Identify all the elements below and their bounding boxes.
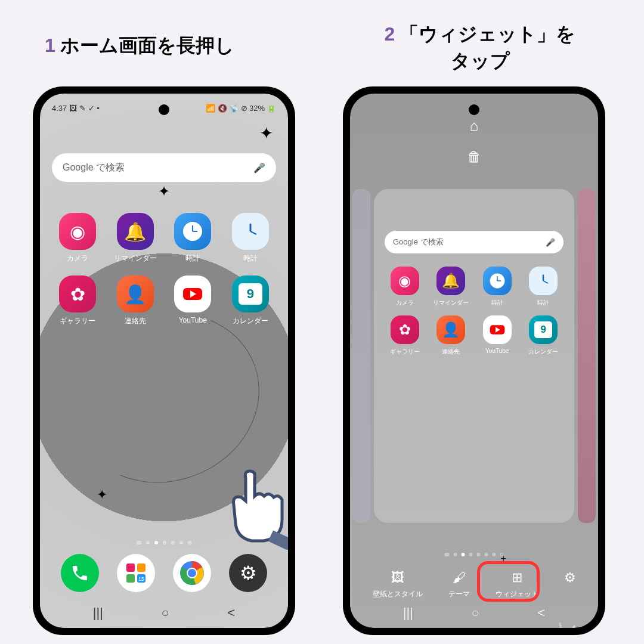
preview-app-clock: 時計: [476, 267, 519, 307]
home-outline-icon[interactable]: ⌂: [470, 117, 479, 134]
search-placeholder: Google で検索: [63, 162, 125, 174]
app-reminder[interactable]: 🔔 リマインダー: [110, 213, 162, 264]
dot: [163, 541, 166, 544]
phone-2-screen: ⌂ 🗑 Google で検索 🎤 ◉カメラ 🔔リマインダー 時計 時計 ✿ギャラ…: [350, 94, 598, 628]
battery-icon: 🔋: [267, 104, 276, 113]
calendar-icon: 9: [232, 275, 269, 312]
edit-page-indicator: +: [445, 553, 504, 556]
nav-bar: ||| ○ <: [40, 605, 288, 621]
settings-button[interactable]: ⚙: [564, 570, 576, 599]
home-preview-card[interactable]: Google で検索 🎤 ◉カメラ 🔔リマインダー 時計 時計 ✿ギャラリー 👤…: [374, 189, 574, 523]
dot: [179, 541, 183, 544]
step-2-text: 「ウィジェット」をタップ: [400, 23, 575, 72]
dock-settings-icon[interactable]: ⚙: [229, 554, 267, 592]
sparkle-icon: ✦: [259, 123, 273, 143]
page-indicator: [137, 541, 191, 544]
svg-line-21: [571, 626, 575, 628]
dot: [171, 541, 175, 544]
preview-app-calendar: 9カレンダー: [522, 315, 565, 356]
phone-1-screen[interactable]: 4:37 🖼 ✎ ✓ • 📶 🔇 📡 ⊘ 32% 🔋 ✦ Google で検索 …: [40, 94, 288, 628]
trash-icon[interactable]: 🗑: [467, 148, 481, 165]
svg-rect-4: [137, 564, 145, 572]
preview-app-reminder: 🔔リマインダー: [430, 267, 473, 307]
svg-point-11: [188, 569, 196, 577]
preview-app-youtube: YouTube: [476, 315, 519, 356]
app-calendar[interactable]: 9 カレンダー: [225, 275, 277, 326]
flower-icon: ✿: [59, 275, 96, 312]
step-2-title: 2「ウィジェット」をタップ: [331, 21, 629, 75]
step-1-title: 1ホーム画面を長押し: [45, 33, 234, 59]
phone-mockup-1: 4:37 🖼 ✎ ✓ • 📶 🔇 📡 ⊘ 32% 🔋 ✦ Google で検索 …: [33, 86, 295, 635]
widgets-icon: ⊞: [512, 570, 522, 586]
app-clock[interactable]: 時計: [167, 213, 219, 264]
camera-notch: [469, 104, 479, 115]
youtube-icon: [174, 275, 211, 312]
camera-notch: [159, 104, 169, 115]
app-gallery[interactable]: ✿ ギャラリー: [52, 275, 104, 326]
nav-bar: ||| ○ <: [350, 605, 598, 621]
clock-icon: [174, 213, 211, 250]
preview-page-right[interactable]: [578, 189, 596, 523]
preview-search-bar: Google で検索 🎤: [385, 231, 564, 253]
svg-line-12: [219, 466, 228, 475]
wallpaper-button[interactable]: 🖼 壁紙とスタイル: [373, 570, 423, 599]
svg-line-20: [560, 623, 562, 628]
preview-page-left[interactable]: [352, 189, 370, 523]
status-icons-right: 📶 🔇 📡 ⊘: [206, 104, 247, 113]
preview-app-grid: ◉カメラ 🔔リマインダー 時計 時計 ✿ギャラリー 👤連絡先 YouTube 9…: [383, 267, 565, 356]
svg-rect-5: [126, 574, 135, 583]
phone-mockup-2: ⌂ 🗑 Google で検索 🎤 ◉カメラ 🔔リマインダー 時計 時計 ✿ギャラ…: [343, 86, 605, 635]
mic-icon: 🎤: [546, 238, 555, 247]
sparkle-icon: ✦: [97, 487, 107, 503]
dock-phone-icon[interactable]: [61, 554, 99, 592]
step-1-number: 1: [45, 35, 55, 56]
nav-recent-icon[interactable]: |||: [403, 605, 413, 621]
google-search-bar[interactable]: Google で検索 🎤: [52, 153, 276, 182]
dot: [146, 541, 150, 544]
sparkle-icon: ✦: [158, 183, 170, 200]
nav-home-icon[interactable]: ○: [162, 605, 169, 621]
gear-icon: ⚙: [564, 570, 576, 586]
nav-back-icon[interactable]: <: [227, 605, 235, 621]
app-camera[interactable]: ◉ カメラ: [52, 213, 104, 264]
brush-icon: 🖌: [453, 570, 466, 586]
svg-rect-3: [126, 564, 135, 572]
bell-icon: 🔔: [117, 213, 154, 250]
status-battery: 32%: [249, 104, 265, 113]
themes-button[interactable]: 🖌 テーマ: [448, 570, 470, 599]
status-time: 4:37: [52, 104, 67, 113]
edit-toolbar: 🖼 壁紙とスタイル 🖌 テーマ ⊞ ウィジェット ⚙: [350, 570, 598, 599]
image-icon: 🖼: [391, 570, 404, 586]
edit-mode-top-icons: ⌂ 🗑: [467, 117, 481, 165]
dock: 15 ⚙: [52, 554, 276, 592]
dock-apps-icon[interactable]: 15: [117, 554, 155, 592]
nav-recent-icon[interactable]: |||: [93, 605, 103, 621]
preview-app-camera: ◉カメラ: [383, 267, 426, 307]
dot-active: [154, 541, 158, 544]
svg-rect-15: [268, 530, 288, 550]
svg-line-13: [237, 451, 240, 465]
app-grid: ◉ カメラ 🔔 リマインダー 時計 時計 ✿ ギャラリー: [52, 213, 276, 326]
dot: [188, 541, 191, 544]
person-icon: 👤: [117, 275, 154, 312]
step-2-number: 2: [385, 23, 395, 45]
clock-analog-icon: [232, 213, 269, 250]
preview-app-contacts: 👤連絡先: [430, 315, 473, 356]
step-1-text: ホーム画面を長押し: [60, 35, 234, 56]
mic-icon[interactable]: 🎤: [253, 162, 265, 174]
preview-app-clock2: 時計: [522, 267, 565, 307]
nav-home-icon[interactable]: ○: [472, 605, 479, 621]
dock-chrome-icon[interactable]: [173, 554, 211, 592]
app-clock-2[interactable]: 時計: [225, 213, 277, 264]
dot: [137, 541, 141, 544]
svg-text:15: 15: [138, 576, 144, 582]
preview-app-gallery: ✿ギャラリー: [383, 315, 426, 356]
status-icons-left: 🖼 ✎ ✓ •: [69, 104, 99, 113]
svg-line-14: [250, 454, 255, 467]
widgets-button[interactable]: ⊞ ウィジェット: [496, 570, 538, 599]
camera-icon: ◉: [59, 213, 96, 250]
nav-back-icon[interactable]: <: [537, 605, 545, 621]
